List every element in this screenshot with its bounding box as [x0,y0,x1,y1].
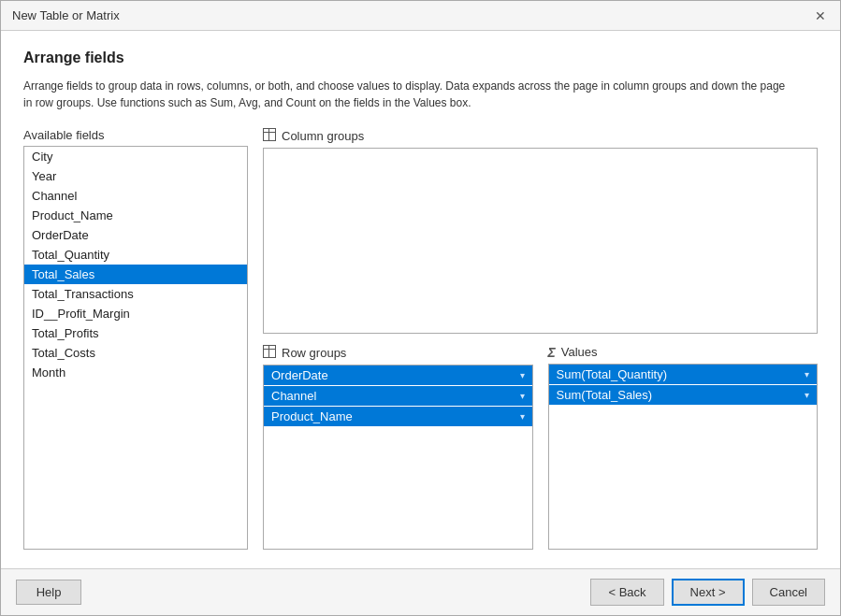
available-field-item[interactable]: Year [24,166,247,186]
available-field-item[interactable]: Product_Name [24,206,247,225]
fields-layout: Available fields CityYearChannelProduct_… [23,128,818,550]
row-groups-icon [263,345,276,361]
values-panel: Σ Values Sum(Total_Quantity)▾Sum(Total_S… [548,345,819,551]
row-group-item[interactable]: OrderDate▾ [264,365,532,385]
available-field-item[interactable]: Channel [24,186,247,206]
available-fields-panel: Available fields CityYearChannelProduct_… [23,128,248,550]
title-bar: New Table or Matrix ✕ [1,1,840,31]
close-button[interactable]: ✕ [812,7,829,24]
next-button[interactable]: Next > [672,579,745,606]
nav-buttons: < Back Next > Cancel [590,579,825,606]
right-panels: Column groups [263,128,818,550]
back-button[interactable]: < Back [590,579,663,606]
available-field-item[interactable]: OrderDate [24,225,247,245]
row-group-item[interactable]: Channel▾ [264,386,532,406]
cancel-button[interactable]: Cancel [752,579,825,606]
page-title: Arrange fields [23,50,818,66]
available-field-item[interactable]: Total_Costs [24,343,247,363]
available-field-item[interactable]: Month [24,363,247,382]
column-groups-label: Column groups [282,129,364,143]
column-groups-header: Column groups [263,128,818,144]
description-text: Arrange fields to group data in rows, co… [23,78,790,111]
bottom-panels: Row groups OrderDate▾Channel▾Product_Nam… [263,345,818,551]
values-box[interactable]: Sum(Total_Quantity)▾Sum(Total_Sales)▾ [548,364,819,551]
available-field-item[interactable]: Total_Profits [24,323,247,343]
row-groups-label: Row groups [282,346,346,360]
available-field-item[interactable]: Total_Quantity [24,245,247,265]
help-button[interactable]: Help [16,580,81,605]
available-fields-header: Available fields [23,128,248,142]
dialog: New Table or Matrix ✕ Arrange fields Arr… [0,0,841,616]
column-groups-icon [263,128,276,144]
values-label: Values [561,345,598,359]
row-groups-header: Row groups [263,345,533,361]
value-item[interactable]: Sum(Total_Sales)▾ [549,385,818,405]
row-group-item[interactable]: Product_Name▾ [264,407,532,426]
column-groups-section: Column groups [263,128,818,334]
dialog-title: New Table or Matrix [12,8,120,22]
available-field-item[interactable]: ID__Profit_Margin [24,304,247,323]
available-field-item[interactable]: City [24,147,247,166]
row-groups-box[interactable]: OrderDate▾Channel▾Product_Name▾ [263,365,533,551]
available-fields-list: CityYearChannelProduct_NameOrderDateTota… [24,147,247,382]
available-fields-box[interactable]: CityYearChannelProduct_NameOrderDateTota… [23,146,248,550]
bottom-bar: Help < Back Next > Cancel [1,568,840,615]
available-field-item[interactable]: Total_Sales [24,265,247,284]
row-groups-panel: Row groups OrderDate▾Channel▾Product_Nam… [263,345,533,551]
sigma-icon: Σ [548,345,556,360]
column-groups-box[interactable] [263,148,818,334]
value-item[interactable]: Sum(Total_Quantity)▾ [549,365,818,384]
content-area: Arrange fields Arrange fields to group d… [1,31,840,568]
values-header: Σ Values [548,345,819,360]
available-field-item[interactable]: Total_Transactions [24,284,247,304]
available-fields-label: Available fields [23,128,104,142]
